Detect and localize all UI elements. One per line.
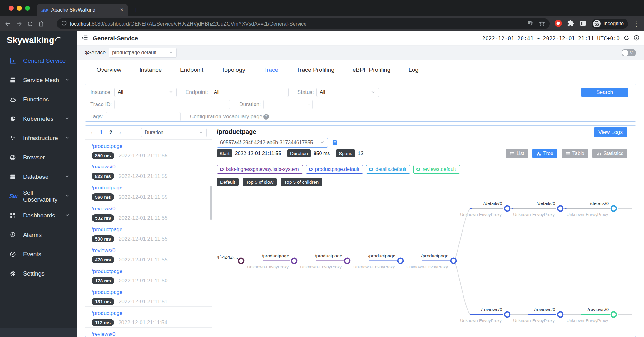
mode-default[interactable]: Default <box>217 178 239 186</box>
extensions-puzzle-icon[interactable] <box>567 20 574 28</box>
trace-endpoint-link[interactable]: /productpage <box>92 289 212 295</box>
bookmark-star-icon[interactable] <box>539 20 545 28</box>
trace-endpoint-link[interactable]: /productpage <box>92 268 212 275</box>
trace-list-item[interactable]: /productpage131 ms2022-12-01 21:11:51 <box>85 286 212 307</box>
trace-span-node[interactable] <box>398 258 403 264</box>
mode-top-5-of-slow[interactable]: Top 5 of slow <box>243 178 277 186</box>
window-zoom-button[interactable] <box>25 6 30 11</box>
info-icon[interactable] <box>633 35 640 42</box>
trace-list-item[interactable]: /productpage178 ms2022-12-01 21:11:50 <box>85 265 212 286</box>
trace-span-node[interactable] <box>505 206 510 211</box>
tab-log[interactable]: Log <box>409 66 419 73</box>
trace-span-node[interactable] <box>345 258 350 264</box>
trace-list-item[interactable]: /reviews/0 <box>85 328 212 337</box>
trace-list-item[interactable]: /productpage500 ms2022-12-01 21:11:55 <box>85 223 212 244</box>
tab-close-icon[interactable]: ✕ <box>120 7 124 13</box>
sidebar-item-database[interactable]: Database <box>0 167 77 187</box>
trace-endpoint-link[interactable]: /productpage <box>92 310 212 316</box>
home-icon[interactable] <box>38 20 45 27</box>
trace-list-item[interactable]: /reviews/0532 ms2022-12-01 21:11:55 <box>85 202 212 223</box>
url-bar[interactable]: localhost:8080/dashboard/GENERAL/Service… <box>57 18 550 29</box>
back-icon[interactable] <box>4 20 11 27</box>
trace-span-node[interactable] <box>292 258 297 264</box>
trace-list-item[interactable]: /productpage112 ms2022-12-01 21:11:54 <box>85 307 212 328</box>
help-icon[interactable]: ? <box>263 114 269 120</box>
window-close-button[interactable] <box>9 6 14 11</box>
sidebar-item-alarms[interactable]: Alarms <box>0 225 77 245</box>
trace-list-item[interactable]: /productpage560 ms2022-12-01 21:11:55 <box>85 181 212 202</box>
trace-id-select[interactable]: 69557a4f-394f-4242-ab6b-317344617855 <box>217 138 328 148</box>
legend-chip-istio-ingressgateway-istio-system[interactable]: istio-ingressgateway.istio-system <box>217 165 303 174</box>
instance-select[interactable]: All <box>114 88 177 97</box>
trace-span-node[interactable] <box>558 206 563 211</box>
trace-span-node[interactable] <box>239 258 244 264</box>
version-toggle[interactable]: V <box>622 49 636 56</box>
copy-trace-id-icon[interactable] <box>332 140 338 146</box>
trace-span-node[interactable] <box>558 312 563 317</box>
sidebar-item-general-service[interactable]: General Service <box>0 51 77 71</box>
forward-icon[interactable] <box>16 20 22 27</box>
incognito-badge[interactable]: Incognito <box>592 19 628 29</box>
legend-chip-productpage-default[interactable]: productpage.default <box>306 165 363 174</box>
vocabulary-link[interactable]: Configuration Vocabulary page <box>190 114 263 120</box>
time-range[interactable]: 2022-12-01 20:41 ~ 2022-12-01 21:11 UTC+… <box>482 35 620 42</box>
mode-top-5-of-children[interactable]: Top 5 of children <box>281 178 322 186</box>
sidebar-item-self-observability[interactable]: SwSelf Observability <box>0 187 77 206</box>
trace-span-node[interactable] <box>451 258 456 264</box>
browser-tab[interactable]: Sw Apache SkyWalking ✕ <box>37 4 128 16</box>
trace-endpoint-link[interactable]: /reviews/0 <box>92 164 212 170</box>
pager-next-icon[interactable]: › <box>119 129 121 136</box>
collapse-menu-icon[interactable] <box>82 34 88 42</box>
tab-ebpf-profiling[interactable]: eBPF Profiling <box>353 66 390 73</box>
trace-endpoint-link[interactable]: /productpage <box>92 143 212 149</box>
tags-input[interactable] <box>106 112 181 121</box>
view-list-button[interactable]: List <box>506 149 528 158</box>
trace-endpoint-link[interactable]: /reviews/0 <box>92 206 212 212</box>
tab-endpoint[interactable]: Endpoint <box>180 66 203 73</box>
new-tab-button[interactable]: + <box>134 5 138 14</box>
pager-page-1[interactable]: 1 <box>100 129 102 136</box>
translate-icon[interactable]: G <box>527 20 534 28</box>
window-minimize-button[interactable] <box>17 6 22 11</box>
site-info-icon[interactable] <box>61 20 67 27</box>
trace-span-node[interactable] <box>505 312 510 317</box>
legend-chip-reviews-default[interactable]: reviews.default <box>413 165 460 174</box>
trace-endpoint-link[interactable]: /reviews/0 <box>92 247 212 254</box>
duration-max-input[interactable] <box>312 100 354 109</box>
reload-icon[interactable] <box>27 21 33 27</box>
view-table-button[interactable]: Table <box>562 149 588 158</box>
list-scrollbar[interactable] <box>210 186 212 220</box>
tab-instance[interactable]: Instance <box>139 66 162 73</box>
view-statistics-button[interactable]: Statistics <box>592 149 627 158</box>
refresh-icon[interactable] <box>623 35 630 42</box>
tab-trace[interactable]: Trace <box>263 66 278 73</box>
trace-endpoint-link[interactable]: /productpage <box>92 185 212 191</box>
trace-endpoint-link[interactable]: /productpage <box>92 227 212 233</box>
sidebar-footer[interactable] <box>0 328 77 337</box>
trace-endpoint-link[interactable]: /reviews/0 <box>92 331 212 337</box>
trace-list-item[interactable]: /reviews/0470 ms2022-12-01 21:11:55 <box>85 244 212 265</box>
duration-min-input[interactable] <box>263 100 305 109</box>
search-button[interactable]: Search <box>581 88 628 97</box>
tab-overview[interactable]: Overview <box>97 66 121 73</box>
view-logs-button[interactable]: View Logs <box>594 127 627 137</box>
side-panel-icon[interactable] <box>579 20 587 28</box>
endpoint-input[interactable] <box>211 88 289 97</box>
sidebar-item-events[interactable]: Events <box>0 245 77 264</box>
legend-chip-details-default[interactable]: details.default <box>366 165 410 174</box>
pager-page-2[interactable]: 2 <box>109 129 112 136</box>
tab-topology[interactable]: Topology <box>221 66 245 73</box>
view-tree-button[interactable]: Tree <box>532 149 557 158</box>
trace-list-item[interactable]: /reviews/0823 ms2022-12-01 21:11:55 <box>85 160 212 181</box>
trace-span-node[interactable] <box>611 206 617 211</box>
trace-span-node[interactable] <box>611 312 617 317</box>
sidebar-item-service-mesh[interactable]: Service Mesh <box>0 71 77 90</box>
status-select[interactable]: All <box>316 88 379 97</box>
sidebar-item-settings[interactable]: Settings <box>0 264 77 283</box>
trace-list-item[interactable]: /productpage850 ms2022-12-01 21:11:55 <box>85 139 212 160</box>
trace-id-input[interactable] <box>114 100 230 109</box>
sidebar-item-dashboards[interactable]: Dashboards <box>0 206 77 225</box>
sidebar-item-functions[interactable]: Functions <box>0 90 77 109</box>
sidebar-item-browser[interactable]: Browser <box>0 148 77 167</box>
sidebar-item-kubernetes[interactable]: Kubernetes <box>0 109 77 129</box>
